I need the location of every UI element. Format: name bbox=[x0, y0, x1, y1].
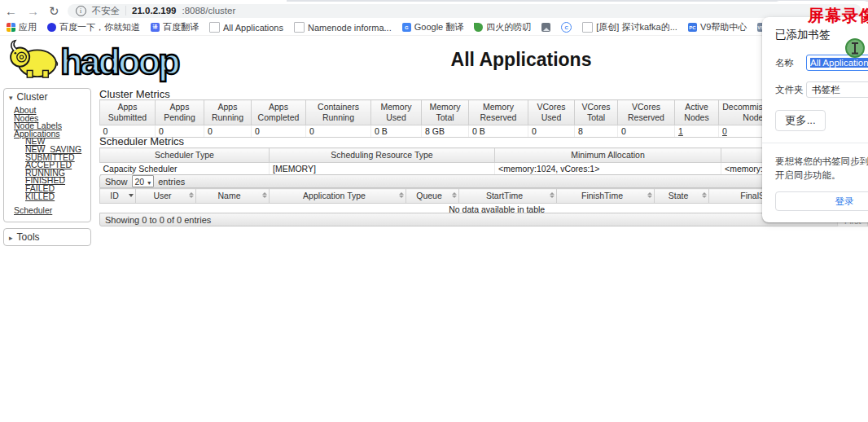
bookmark-item-baidu[interactable]: 百度一下，你就知道 bbox=[47, 21, 140, 33]
collapse-arrow-icon bbox=[9, 91, 13, 103]
col-state[interactable]: State bbox=[655, 189, 709, 204]
bookmark-item-google-translate[interactable]: G Google 翻译 bbox=[402, 21, 464, 33]
sort-icon bbox=[189, 192, 194, 198]
chevron-down-icon bbox=[147, 177, 151, 187]
col-apps-pending: Apps Pending bbox=[156, 100, 204, 125]
entries-summary: Showing 0 to 0 of 0 entries bbox=[105, 215, 211, 225]
scheduler-metrics-header-row: Scheduler Type Scheduling Resource Type … bbox=[100, 148, 792, 163]
col-application-type[interactable]: Application Type bbox=[270, 189, 406, 204]
col-memory-total: Memory Total bbox=[422, 100, 469, 125]
scheduler-metrics-value-row: Capacity Scheduler [MEMORY] <memory:1024… bbox=[100, 163, 792, 175]
col-apps-running: Apps Running bbox=[204, 100, 252, 125]
page-icon bbox=[582, 22, 593, 33]
bookmark-item-namenode[interactable]: Namenode informa... bbox=[294, 22, 392, 33]
address-bar[interactable]: 不安全 21.0.2.199:8088/cluster bbox=[68, 4, 861, 18]
col-scheduling-resource-type: Scheduling Resource Type bbox=[270, 148, 495, 163]
hadoop-elephant-logo bbox=[8, 37, 59, 80]
expand-arrow-icon bbox=[9, 231, 13, 243]
sidebar-item-scheduler[interactable]: Scheduler bbox=[14, 207, 87, 215]
page-icon bbox=[294, 22, 305, 33]
sidebar-item-killed[interactable]: KILLED bbox=[25, 193, 87, 201]
hadoop-logo-text: hadoop bbox=[60, 45, 178, 80]
val-apps-running: 0 bbox=[204, 125, 252, 138]
url-path: :8088/cluster bbox=[182, 6, 235, 15]
bookmarks-bar: 应用 百度一下，你就知道 译 百度翻译 All Applications Nam… bbox=[0, 20, 868, 36]
bookmark-item-all-applications[interactable]: All Applications bbox=[209, 22, 283, 33]
col-starttime[interactable]: StartTime bbox=[459, 189, 557, 204]
popup-divider bbox=[762, 143, 868, 143]
tools-section-header[interactable]: Tools bbox=[4, 229, 90, 245]
show-label: Show bbox=[105, 177, 128, 187]
sort-icon bbox=[647, 192, 652, 198]
bookmark-item-apps[interactable]: 应用 bbox=[7, 21, 37, 33]
val-vcores-used: 0 bbox=[528, 125, 575, 138]
apps-grid-icon bbox=[7, 23, 15, 32]
more-button[interactable]: 更多... bbox=[775, 110, 826, 131]
google-translate-icon: G bbox=[402, 23, 411, 32]
sort-icon bbox=[702, 192, 707, 198]
tools-section-label: Tools bbox=[17, 231, 40, 243]
sync-text-line1: 要想将您的书签同步到您的所有设 bbox=[775, 155, 868, 169]
page-icon bbox=[209, 22, 220, 33]
browser-window: 不安全 21.0.2.199:8088/cluster 应用 百度一下，你就知道… bbox=[0, 0, 868, 422]
col-id[interactable]: ID bbox=[100, 189, 136, 204]
baidu-translate-icon: 译 bbox=[151, 23, 160, 32]
applications-table: ID User Name Application Type Queue Star… bbox=[99, 188, 868, 216]
info-icon[interactable] bbox=[76, 6, 86, 16]
folder-value: 书签栏 bbox=[812, 84, 840, 96]
col-containers-running: Containers Running bbox=[306, 100, 371, 125]
table-length-toolbar: Show 20 entries bbox=[99, 174, 868, 188]
col-user[interactable]: User bbox=[136, 189, 196, 204]
scheduler-metrics-title: Scheduler Metrics bbox=[99, 135, 184, 147]
bookmark-item-baidu-translate[interactable]: 译 百度翻译 bbox=[151, 21, 199, 33]
screen-recording-watermark: 屏幕录像 bbox=[808, 5, 868, 27]
bookmark-item-sihuo[interactable]: 四火的唠叨 bbox=[474, 21, 531, 33]
cluster-section-label: Cluster bbox=[17, 91, 48, 103]
cluster-metrics-title: Cluster Metrics bbox=[99, 88, 170, 100]
decommissioned-nodes-link[interactable]: 0 bbox=[722, 126, 727, 136]
applications-header-row: ID User Name Application Type Queue Star… bbox=[100, 189, 868, 204]
sidebar: Cluster About Nodes Node Labels Applicat… bbox=[3, 88, 91, 252]
col-queue[interactable]: Queue bbox=[406, 189, 459, 204]
col-active-nodes: Active Nodes bbox=[675, 100, 719, 125]
v9-icon: PC bbox=[688, 23, 697, 32]
bookmark-item-kafka[interactable]: [原创] 探讨kafka的... bbox=[582, 21, 677, 33]
sync-text-line2: 开启同步功能。 bbox=[775, 169, 868, 182]
sort-icon bbox=[399, 192, 404, 198]
bookmark-item-c-circle[interactable]: C bbox=[561, 22, 572, 33]
col-memory-reserved: Memory Reserved bbox=[469, 100, 528, 125]
cluster-metrics-header-row: Apps Submitted Apps Pending Apps Running… bbox=[100, 100, 792, 125]
back-icon[interactable] bbox=[5, 5, 17, 17]
selected-text: All Applications bbox=[810, 58, 868, 68]
bookmark-folder-select[interactable]: 书签栏 bbox=[806, 81, 868, 98]
cluster-links: About Nodes Node Labels Applications NEW… bbox=[4, 105, 90, 222]
sort-desc-icon bbox=[129, 194, 134, 197]
sort-icon bbox=[262, 192, 267, 198]
reload-icon[interactable] bbox=[49, 5, 59, 17]
url-host: 21.0.2.199 bbox=[132, 6, 176, 15]
cluster-metrics-value-row: 0 0 0 0 0 0 B 8 GB 0 B 0 8 0 1 0 bbox=[100, 125, 792, 138]
cluster-section-header[interactable]: Cluster bbox=[4, 89, 90, 105]
col-apps-submitted: Apps Submitted bbox=[100, 100, 156, 125]
sort-icon bbox=[550, 192, 555, 198]
val-apps-completed: 0 bbox=[252, 125, 306, 138]
col-name[interactable]: Name bbox=[196, 189, 270, 204]
tools-nav-box: Tools bbox=[3, 228, 91, 246]
bookmark-item-image[interactable] bbox=[541, 23, 550, 32]
val-vcores-total: 8 bbox=[575, 125, 618, 138]
active-nodes-link[interactable]: 1 bbox=[678, 126, 683, 136]
col-minimum-allocation: Minimum Allocation bbox=[495, 148, 721, 163]
bookmark-item-v9-help[interactable]: PC V9帮助中心 bbox=[688, 21, 747, 33]
col-vcores-used: VCores Used bbox=[528, 100, 575, 125]
cluster-nav-box: Cluster About Nodes Node Labels Applicat… bbox=[3, 88, 91, 222]
baidu-icon bbox=[47, 23, 56, 32]
val-memory-total: 8 GB bbox=[422, 125, 469, 138]
col-finishtime[interactable]: FinishTime bbox=[557, 189, 655, 204]
val-scheduler-type: Capacity Scheduler bbox=[100, 163, 270, 175]
val-containers-running: 0 bbox=[306, 125, 371, 138]
c-circle-icon: C bbox=[561, 22, 572, 33]
signin-button[interactable]: 登录 bbox=[775, 191, 868, 211]
page-size-select[interactable]: 20 bbox=[132, 175, 155, 187]
forward-icon[interactable] bbox=[27, 5, 39, 17]
val-vcores-reserved: 0 bbox=[618, 125, 675, 138]
